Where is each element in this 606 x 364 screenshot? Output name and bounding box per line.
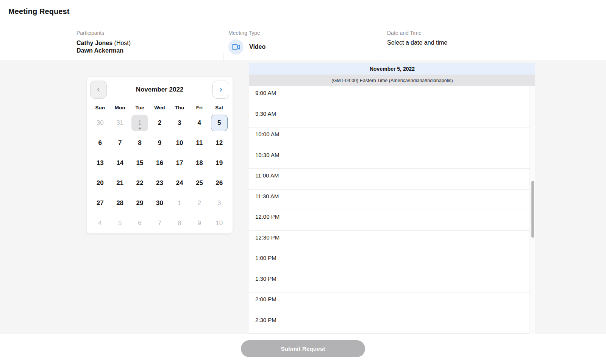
today-event-dot [139,128,141,129]
calendar-day-10[interactable]: 10 [171,135,188,151]
calendar-cell: 25 [189,173,209,193]
time-slot-label: 9:30 AM [255,110,276,117]
day-header-thu: Thu [170,105,189,110]
calendar-day-25[interactable]: 25 [191,175,208,191]
calendar-day-18[interactable]: 18 [191,155,208,171]
calendar-day-8[interactable]: 8 [131,135,148,151]
calendar-day-21[interactable]: 21 [112,175,128,191]
scrollbar-track[interactable] [529,86,535,334]
calendar-day-1-today: 1 [131,115,148,131]
time-slot-label: 12:30 PM [255,234,280,241]
meeting-info-bar: Participants Cathy Jones (Host) Dawn Ack… [0,23,606,61]
calendar-day-28[interactable]: 28 [112,195,128,212]
calendar-day-3-outside: 3 [211,195,228,212]
calendar-cell: 1 [170,193,189,213]
time-slot-row[interactable]: 9:00 AM [249,86,529,107]
time-slot-label: 9:00 AM [255,90,276,96]
time-slot-row[interactable]: 10:00 AM [249,128,529,148]
meeting-type-value: Video [249,44,266,50]
calendar-cell: 24 [170,173,189,193]
time-slot-row[interactable]: 1:30 PM [249,272,529,293]
calendar-day-7[interactable]: 7 [112,135,128,151]
calendar-cell: 30 [90,113,110,133]
calendar-cell: 15 [130,153,150,173]
calendar-day-14[interactable]: 14 [112,155,128,171]
meeting-type-label: Meeting Type [228,30,266,36]
time-slot-row[interactable]: 12:00 PM [249,210,529,231]
calendar-day-30-outside: 30 [92,115,108,131]
chevron-right-icon [218,87,224,93]
calendar-day-5-selected[interactable]: 5 [211,115,228,131]
timezone-banner: (GMT-04:00) Eastern Time (America/Indian… [249,75,535,86]
calendar-cell: 26 [209,173,229,193]
calendar-day-29[interactable]: 29 [131,195,148,212]
calendar-cell: 8 [130,133,150,153]
time-slot-label: 10:30 AM [255,152,279,158]
calendar-day-4[interactable]: 4 [191,115,208,131]
calendar-cell: 28 [110,193,130,213]
calendar-day-3[interactable]: 3 [171,115,188,131]
calendar-day-2[interactable]: 2 [151,115,168,131]
calendar-day-12[interactable]: 12 [211,135,228,151]
meeting-request-page: Meeting Request Participants Cathy Jones… [0,0,606,364]
calendar-cell: 5 [110,213,130,233]
calendar-day-6[interactable]: 6 [92,135,108,151]
time-slot-label: 2:30 PM [255,317,276,323]
time-slot-label: 1:30 PM [255,275,276,282]
calendar-day-17[interactable]: 17 [171,155,188,171]
meeting-type-section: Meeting Type Video [228,30,266,54]
calendar-day-30[interactable]: 30 [151,195,168,212]
time-slot-row[interactable]: 1:00 PM [249,251,529,272]
calendar-day-20[interactable]: 20 [92,175,108,191]
time-slot-row[interactable]: 2:00 PM [249,292,529,313]
calendar-cell: 30 [150,193,169,213]
calendar-day-11[interactable]: 11 [191,135,208,151]
calendar-cell: 21 [110,173,130,193]
time-slot-row[interactable]: 2:30 PM [249,313,529,334]
submit-request-button[interactable]: Submit Request [241,340,365,357]
time-slot-row[interactable]: 9:30 AM [249,107,529,128]
calendar-day-6-outside: 6 [131,215,148,232]
host-suffix: (Host) [112,40,131,46]
participant-attendee: Dawn Ackerman [77,47,131,54]
next-month-button[interactable] [212,81,229,99]
day-header-sun: Sun [90,105,110,110]
calendar-day-22[interactable]: 22 [131,175,148,191]
calendar-cell: 11 [189,133,209,153]
calendar-day-27[interactable]: 27 [92,195,108,212]
calendar-day-16[interactable]: 16 [151,155,168,171]
calendar-cell: 10 [209,213,229,233]
calendar-cell: 1 [130,113,150,133]
day-header-sat: Sat [209,105,229,110]
calendar-day-19[interactable]: 19 [211,155,228,171]
calendar: November 2022 SunMonTueWedThuFriSat 3031… [86,76,233,233]
calendar-day-31-outside: 31 [112,115,128,131]
footer-bar: Submit Request [0,334,606,364]
time-slot-label: 12:00 PM [255,213,280,220]
time-slot-row[interactable]: 11:00 AM [249,169,529,190]
time-slot-panel: November 5, 2022 (GMT-04:00) Eastern Tim… [249,63,535,334]
calendar-cell: 4 [189,113,209,133]
calendar-day-15[interactable]: 15 [131,155,148,171]
time-slot-row[interactable]: 10:30 AM [249,148,529,169]
date-time-value: Select a date and time [387,39,447,46]
participant-host: Cathy Jones (Host) [77,39,131,47]
calendar-day-grid: 3031123456789101112131415161718192021222… [87,113,233,233]
calendar-day-26[interactable]: 26 [211,175,228,191]
time-slot-row[interactable]: 12:30 PM [249,231,529,252]
calendar-month-title: November 2022 [136,86,184,93]
calendar-day-9[interactable]: 9 [151,135,168,151]
participants-label: Participants [77,30,131,36]
day-header-fri: Fri [189,105,209,110]
calendar-day-13[interactable]: 13 [92,155,108,171]
scrollbar-thumb[interactable] [531,181,534,238]
calendar-day-24[interactable]: 24 [171,175,188,191]
chevron-left-icon [95,87,102,93]
previous-month-button [90,81,107,99]
calendar-day-7-outside: 7 [151,215,168,232]
selected-date-header: November 5, 2022 [249,63,535,75]
calendar-day-23[interactable]: 23 [151,175,168,191]
time-slot-row[interactable]: 11:30 AM [249,190,529,210]
calendar-cell: 31 [110,113,130,133]
calendar-day-4-outside: 4 [92,215,108,232]
